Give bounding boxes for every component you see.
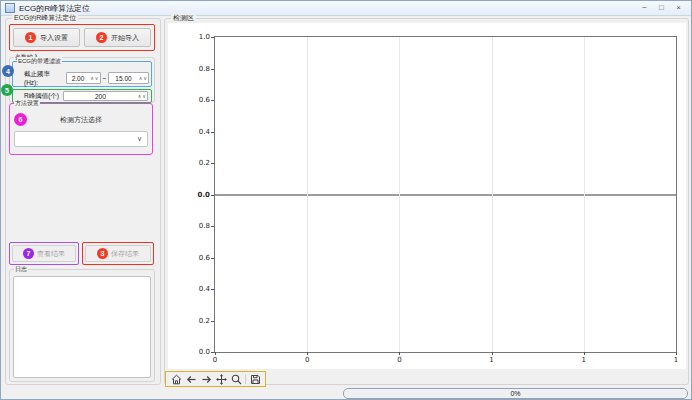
spin-down-icon[interactable]: ∨ [143,76,147,81]
cutoff-high-spinbox[interactable]: 15.00 ∧∨ [108,72,149,84]
y-tick-label: 0.6 [199,254,210,262]
pan-icon[interactable] [215,373,227,385]
y-tick-mark [211,226,214,227]
title-bar: ECG的R峰算法定位 − □ × [1,1,691,16]
spin-up-icon[interactable]: ∧ [138,94,142,99]
gridline-vertical [399,37,400,352]
progress-bar: 0% [343,388,688,399]
badge-1: 1 [25,32,36,43]
badge-2: 2 [96,32,107,43]
app-icon [5,3,15,13]
gridline-vertical [584,37,585,352]
y-tick-mark [211,100,214,101]
y-tick-label: 0.8 [199,65,210,73]
maximize-button[interactable]: □ [653,1,670,15]
threshold-spinbox[interactable]: 200 ∧∨ [63,91,148,101]
gridline-vertical [307,37,308,352]
threshold-value: 200 [64,93,137,100]
progress-text: 0% [510,390,520,397]
spin-down-icon[interactable]: ∨ [142,94,146,99]
plot-canvas[interactable]: 0001111.00.80.60.40.20.00.80.60.40.20.0 [168,23,686,369]
y-tick-label: 0.0 [198,191,210,199]
y-tick-label: 0.8 [199,222,210,230]
badge-5: 5 [1,84,13,96]
view-results-button[interactable]: 7 查看结果 [12,245,76,262]
badge-3: 3 [97,248,108,259]
y-tick-label: 0.4 [199,285,210,293]
save-icon[interactable] [249,373,261,385]
spin-up-icon[interactable]: ∧ [139,76,143,81]
x-tick-label: 1 [489,356,493,364]
plot-frame: 0001111.00.80.60.40.20.00.80.60.40.20.0 [214,36,677,353]
cutoff-low-spinbox[interactable]: 2.00 ∧∨ [66,72,101,84]
save-results-button[interactable]: 3 保存结果 [85,245,151,262]
y-tick-mark [211,321,214,322]
log-group-title: 日志 [14,265,28,274]
x-tick-label: 0 [305,356,309,364]
y-tick-label: 0.4 [199,128,210,136]
window-title: ECG的R峰算法定位 [19,3,90,14]
app-window: ECG的R峰算法定位 − □ × ECG的R峰算法定位 1 导入设置 2 开始导… [0,0,692,400]
view-results-label: 查看结果 [37,249,65,259]
x-tick-label: 1 [582,356,586,364]
y-tick-mark [211,352,214,353]
y-tick-label: 0.2 [199,159,210,167]
spin-up-icon[interactable]: ∧ [90,76,94,81]
x-tick-mark [676,352,677,355]
plot-toolbar [165,371,266,387]
home-icon[interactable] [170,373,182,385]
cutoff-frequency-label: 截止频率(Hz): [24,70,64,86]
method-select-combobox[interactable]: ∨ [14,131,148,147]
chevron-down-icon: ∨ [137,135,142,143]
y-tick-mark [211,258,214,259]
detection-panel-title: 检测区 [171,13,196,23]
x-tick-mark [584,352,585,355]
range-separator: ~ [103,75,107,82]
y-tick-label: 0.2 [199,317,210,325]
x-tick-mark [215,352,216,355]
start-import-label: 开始导入 [111,33,139,43]
import-settings-label: 导入设置 [40,33,68,43]
badge-4: 4 [2,65,14,77]
bandpass-group-title: ECG的带通滤波 [17,57,62,66]
view-results-annotation-box: 7 查看结果 [9,242,79,265]
close-button[interactable]: × [670,1,687,15]
save-results-label: 保存结果 [111,249,139,259]
spin-down-icon[interactable]: ∨ [95,76,99,81]
toolbar-separator [245,374,246,384]
gridline-vertical [492,37,493,352]
y-tick-mark [211,37,214,38]
x-tick-label: 0 [397,356,401,364]
params-group: 参数输入 ECG的带通滤波 截止频率(Hz): 2.00 ∧∨ ~ 15.00 … [9,57,155,103]
x-tick-mark [399,352,400,355]
badge-7: 7 [23,248,34,259]
cutoff-high-value: 15.00 [109,75,137,82]
back-icon[interactable] [185,373,197,385]
x-tick-mark [307,352,308,355]
bandpass-group: ECG的带通滤波 截止频率(Hz): 2.00 ∧∨ ~ 15.00 ∧∨ [12,61,152,87]
y-tick-label: 1.0 [199,33,210,41]
y-tick-mark [211,195,214,196]
import-settings-button[interactable]: 1 导入设置 [13,28,80,47]
zoom-icon[interactable] [230,373,242,385]
badge-6: 6 [14,113,27,126]
start-import-button[interactable]: 2 开始导入 [84,28,151,47]
x-tick-label: 1 [674,356,678,364]
y-tick-mark [211,132,214,133]
left-panel: ECG的R峰算法定位 1 导入设置 2 开始导入 参数输入 ECG的带通滤波 截… [5,18,161,385]
y-tick-label: 0.0 [199,348,210,356]
save-results-annotation-box: 3 保存结果 [82,242,154,265]
subplot-divider [215,194,676,196]
y-tick-mark [211,69,214,70]
log-textarea[interactable] [13,276,151,378]
method-group: 方法设置 6 检测方法选择 ∨ [9,103,153,155]
left-panel-title: ECG的R峰算法定位 [12,13,78,23]
minimize-button[interactable]: − [636,1,653,15]
y-tick-label: 0.6 [199,96,210,104]
method-select-label: 检测方法选择 [10,115,152,125]
detection-panel: 检测区 0001111.00.80.60.40.20.00.80.60.40.2… [164,18,689,385]
x-tick-mark [492,352,493,355]
forward-icon[interactable] [200,373,212,385]
cutoff-low-value: 2.00 [67,75,89,82]
log-group: 日志 [9,269,155,382]
